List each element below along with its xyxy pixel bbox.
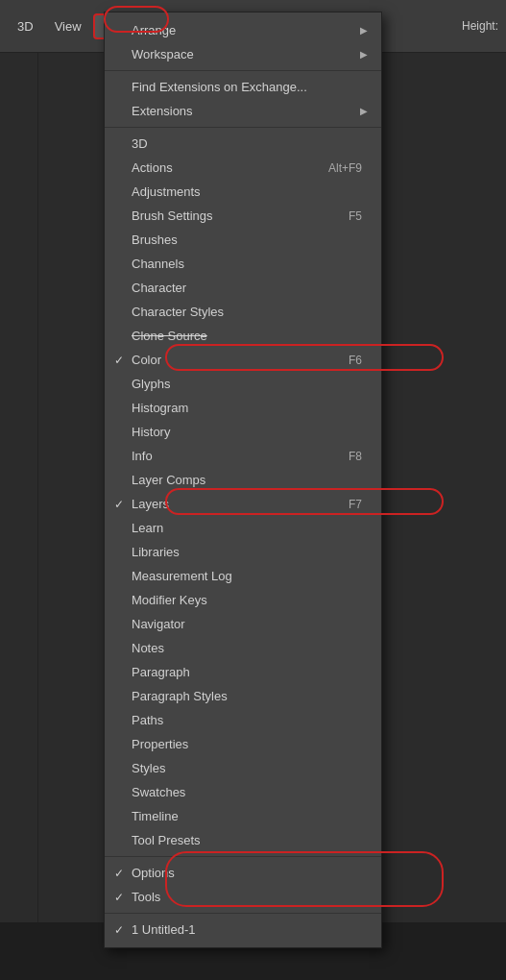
shortcut-actions: Alt+F9	[300, 161, 362, 175]
item-label-libraries: Libraries	[132, 545, 180, 559]
item-label-info: Info	[132, 449, 153, 463]
item-label-options: Options	[132, 866, 175, 880]
menu-item-color[interactable]: ✓ColorF6	[105, 348, 381, 372]
menu-item-workspace[interactable]: Workspace▶	[105, 42, 381, 66]
menu-section-0: Arrange▶Workspace▶	[105, 16, 381, 68]
item-label-swatches: Swatches	[132, 785, 185, 799]
menu-item-find-extensions[interactable]: Find Extensions on Exchange...	[105, 75, 381, 99]
item-label-glyphs: Glyphs	[132, 377, 170, 391]
shortcut-layers: F7	[320, 498, 362, 511]
menu-section-1: Find Extensions on Exchange...Extensions…	[105, 70, 381, 125]
menu-section-4: ✓1 Untitled-1	[105, 913, 381, 943]
menu-item-brush-settings[interactable]: Brush SettingsF5	[105, 204, 381, 228]
menu-item-glyphs[interactable]: Glyphs	[105, 372, 381, 396]
item-label-histogram: Histogram	[132, 401, 188, 415]
shortcut-info: F8	[320, 450, 362, 463]
item-label-actions: Actions	[132, 160, 173, 175]
item-label-extensions: Extensions	[132, 104, 193, 118]
item-label-1-untitled: 1 Untitled-1	[132, 922, 195, 937]
item-label-navigator: Navigator	[132, 617, 185, 631]
height-label: Height:	[462, 19, 498, 33]
item-label-timeline: Timeline	[132, 809, 179, 823]
item-label-channels: Channels	[132, 257, 184, 271]
menu-item-measurement-log[interactable]: Measurement Log	[105, 564, 381, 588]
menu-item-libraries[interactable]: Libraries	[105, 540, 381, 564]
checkmark-1-untitled: ✓	[114, 923, 124, 937]
menu-item-paths[interactable]: Paths	[105, 708, 381, 732]
left-toolbar	[0, 53, 38, 922]
item-label-clone-source: Clone Source	[132, 329, 207, 343]
item-label-color: Color	[132, 353, 161, 367]
menu-item-1-untitled[interactable]: ✓1 Untitled-1	[105, 918, 381, 942]
item-label-modifier-keys: Modifier Keys	[132, 593, 207, 607]
menu-section-2: 3DActionsAlt+F9AdjustmentsBrush Settings…	[105, 127, 381, 854]
menu-item-navigator[interactable]: Navigator	[105, 612, 381, 636]
menu-item-brushes[interactable]: Brushes	[105, 228, 381, 252]
item-label-notes: Notes	[132, 641, 164, 655]
shortcut-color: F6	[320, 354, 362, 367]
menu-item-properties[interactable]: Properties	[105, 732, 381, 756]
arrow-extensions: ▶	[360, 106, 368, 116]
item-label-find-extensions: Find Extensions on Exchange...	[132, 80, 307, 94]
checkmark-color: ✓	[114, 354, 124, 367]
menu-item-modifier-keys[interactable]: Modifier Keys	[105, 588, 381, 612]
menu-item-actions[interactable]: ActionsAlt+F9	[105, 156, 381, 180]
menu-item-character[interactable]: Character	[105, 276, 381, 300]
item-label-layer-comps: Layer Comps	[132, 473, 205, 487]
menu-item-layer-comps[interactable]: Layer Comps	[105, 468, 381, 492]
item-label-paragraph: Paragraph	[132, 665, 190, 679]
arrow-workspace: ▶	[360, 49, 368, 60]
menu-item-tool-presets[interactable]: Tool Presets	[105, 828, 381, 852]
menu-item-extensions[interactable]: Extensions▶	[105, 99, 381, 123]
arrow-arrange: ▶	[360, 25, 368, 36]
item-label-learn: Learn	[132, 521, 163, 535]
menu-item-paragraph-styles[interactable]: Paragraph Styles	[105, 684, 381, 708]
menu-item-channels[interactable]: Channels	[105, 252, 381, 276]
item-label-history: History	[132, 425, 170, 439]
menu-item-tools[interactable]: ✓Tools	[105, 885, 381, 909]
item-label-tools: Tools	[132, 890, 160, 904]
menu-item-timeline[interactable]: Timeline	[105, 804, 381, 828]
item-label-arrange: Arrange	[132, 23, 176, 37]
item-label-character: Character	[132, 281, 186, 295]
menu-item-arrange[interactable]: Arrange▶	[105, 18, 381, 42]
menu-item-info[interactable]: InfoF8	[105, 444, 381, 468]
menu-item-learn[interactable]: Learn	[105, 516, 381, 540]
menu-item-history[interactable]: History	[105, 420, 381, 444]
menu-section-3: ✓Options✓Tools	[105, 856, 381, 911]
item-label-3d: 3D	[132, 136, 148, 151]
menu-item-swatches[interactable]: Swatches	[105, 780, 381, 804]
checkmark-options: ✓	[114, 867, 124, 880]
shortcut-brush-settings: F5	[320, 209, 362, 223]
item-label-paths: Paths	[132, 713, 163, 727]
item-label-brushes: Brushes	[132, 233, 178, 247]
menu-item-options[interactable]: ✓Options	[105, 861, 381, 885]
menu-item-histogram[interactable]: Histogram	[105, 396, 381, 420]
item-label-character-styles: Character Styles	[132, 305, 224, 319]
menu-item-layers[interactable]: ✓LayersF7	[105, 492, 381, 516]
menu-item-styles[interactable]: Styles	[105, 756, 381, 780]
item-label-workspace: Workspace	[132, 47, 194, 61]
item-label-layers: Layers	[132, 497, 169, 511]
window-dropdown-menu: Arrange▶Workspace▶Find Extensions on Exc…	[104, 12, 382, 948]
menu-item-adjustments[interactable]: Adjustments	[105, 180, 381, 204]
menu-3d[interactable]: 3D	[8, 15, 43, 37]
menu-item-character-styles[interactable]: Character Styles	[105, 300, 381, 324]
item-label-measurement-log: Measurement Log	[132, 569, 232, 583]
item-label-adjustments: Adjustments	[132, 184, 201, 199]
checkmark-layers: ✓	[114, 498, 124, 511]
checkmark-tools: ✓	[114, 891, 124, 904]
menu-view[interactable]: View	[45, 15, 91, 37]
menu-item-paragraph[interactable]: Paragraph	[105, 660, 381, 684]
item-label-styles: Styles	[132, 761, 165, 775]
item-label-paragraph-styles: Paragraph Styles	[132, 689, 228, 703]
item-label-tool-presets: Tool Presets	[132, 833, 201, 847]
item-label-brush-settings: Brush Settings	[132, 208, 213, 223]
menu-item-3d[interactable]: 3D	[105, 132, 381, 156]
item-label-properties: Properties	[132, 737, 188, 751]
menu-item-notes[interactable]: Notes	[105, 636, 381, 660]
menu-item-clone-source[interactable]: Clone Source	[105, 324, 381, 348]
